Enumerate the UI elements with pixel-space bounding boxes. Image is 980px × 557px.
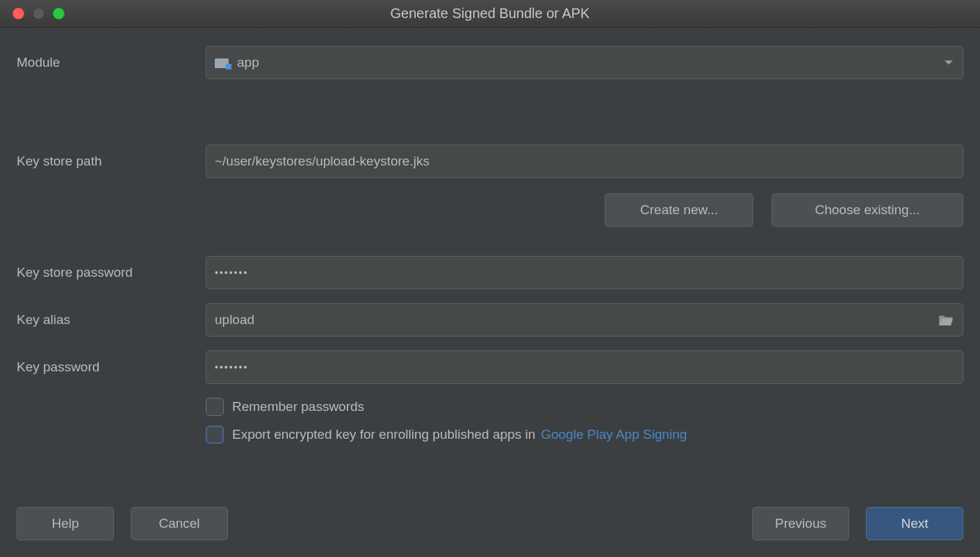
- cancel-label: Cancel: [158, 516, 199, 531]
- key-alias-label: Key alias: [17, 312, 206, 328]
- keystore-password-value: •••••••: [215, 267, 248, 278]
- next-button[interactable]: Next: [866, 507, 963, 540]
- module-folder-icon: [215, 57, 230, 68]
- keystore-path-label: Key store path: [17, 154, 206, 169]
- google-play-link[interactable]: Google Play App Signing: [541, 427, 687, 442]
- export-key-row: Export encrypted key for enrolling publi…: [206, 426, 963, 444]
- remember-passwords-label: Remember passwords: [232, 399, 364, 414]
- key-password-value: •••••••: [215, 362, 248, 373]
- key-password-input[interactable]: •••••••: [206, 350, 963, 384]
- keystore-path-value: ~/user/keystores/upload-keystore.jks: [215, 154, 430, 169]
- titlebar: Generate Signed Bundle or APK: [0, 0, 980, 28]
- help-button[interactable]: Help: [17, 507, 114, 540]
- keystore-path-input[interactable]: ~/user/keystores/upload-keystore.jks: [206, 145, 963, 178]
- key-alias-value: upload: [215, 312, 254, 328]
- export-key-checkbox[interactable]: [206, 426, 224, 444]
- zoom-window-button[interactable]: [53, 8, 65, 19]
- export-key-label: Export encrypted key for enrolling publi…: [232, 427, 535, 442]
- module-value: app: [237, 55, 259, 70]
- window-title: Generate Signed Bundle or APK: [0, 6, 980, 22]
- choose-existing-button[interactable]: Choose existing...: [771, 193, 963, 227]
- footer: Help Cancel Previous Next: [17, 507, 963, 540]
- create-new-button[interactable]: Create new...: [605, 193, 753, 227]
- remember-passwords-row: Remember passwords: [206, 398, 963, 416]
- keystore-password-row: Key store password •••••••: [17, 256, 963, 289]
- window-controls: [13, 8, 65, 19]
- key-password-label: Key password: [17, 360, 206, 375]
- minimize-window-button[interactable]: [33, 8, 44, 19]
- choose-existing-label: Choose existing...: [815, 202, 920, 218]
- cancel-button[interactable]: Cancel: [131, 507, 228, 540]
- next-label: Next: [901, 516, 928, 531]
- help-label: Help: [51, 516, 79, 531]
- chevron-down-icon: [945, 60, 953, 65]
- key-alias-input[interactable]: upload: [206, 303, 963, 337]
- keystore-password-label: Key store password: [17, 265, 206, 280]
- module-label: Module: [17, 55, 206, 70]
- keystore-path-row: Key store path ~/user/keystores/upload-k…: [17, 145, 963, 178]
- remember-passwords-checkbox[interactable]: [206, 398, 224, 416]
- open-folder-icon[interactable]: [938, 314, 954, 326]
- module-row: Module app: [17, 46, 963, 79]
- create-new-label: Create new...: [640, 202, 718, 218]
- previous-button[interactable]: Previous: [752, 507, 849, 540]
- key-alias-row: Key alias upload: [17, 303, 963, 337]
- previous-label: Previous: [775, 516, 826, 531]
- key-password-row: Key password •••••••: [17, 350, 963, 384]
- module-dropdown[interactable]: app: [206, 46, 963, 79]
- keystore-password-input[interactable]: •••••••: [206, 256, 963, 289]
- close-window-button[interactable]: [13, 8, 24, 19]
